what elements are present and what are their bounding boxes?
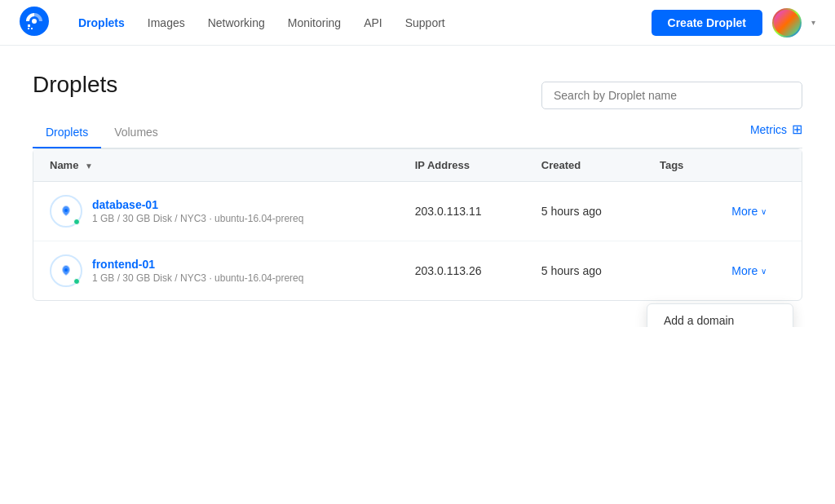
col-tags: Tags xyxy=(643,149,715,182)
nav-links: Droplets Images Networking Monitoring AP… xyxy=(68,10,652,36)
svg-point-3 xyxy=(64,268,68,272)
droplet-name-cell: database-01 1 GB / 30 GB Disk / NYC3 · u… xyxy=(33,182,399,241)
col-name[interactable]: Name ▼ xyxy=(33,149,399,182)
droplet-icon xyxy=(50,254,82,287)
droplet-name-link[interactable]: frontend-01 xyxy=(92,258,155,271)
droplet-tags xyxy=(643,182,715,241)
table-row: frontend-01 1 GB / 30 GB Disk / NYC3 · u… xyxy=(33,241,802,301)
ip-address: 203.0.113.11 xyxy=(415,205,482,218)
more-chevron-icon: ∨ xyxy=(761,207,767,216)
tab-volumes[interactable]: Volumes xyxy=(101,117,171,148)
svg-point-2 xyxy=(64,209,68,212)
droplet-tags xyxy=(643,241,715,301)
navbar: Droplets Images Networking Monitoring AP… xyxy=(0,0,835,46)
status-dot xyxy=(73,278,80,285)
more-button-row2[interactable]: More ∨ xyxy=(731,264,767,277)
avatar[interactable] xyxy=(772,8,802,38)
col-ip: IP Address xyxy=(399,149,525,182)
sort-icon: ▼ xyxy=(85,161,93,170)
tabs-row: Droplets Volumes Metrics ⊞ xyxy=(33,117,802,148)
droplet-ip: 203.0.113.26 xyxy=(399,241,525,301)
droplet-meta: 1 GB / 30 GB Disk / NYC3 · ubuntu-16.04-… xyxy=(92,272,303,284)
nav-api[interactable]: API xyxy=(354,10,392,36)
droplet-info: database-01 1 GB / 30 GB Disk / NYC3 · u… xyxy=(92,198,303,224)
created-time: 5 hours ago xyxy=(541,264,602,277)
ip-address: 203.0.113.26 xyxy=(415,264,482,277)
nav-droplets[interactable]: Droplets xyxy=(68,10,135,36)
metrics-link[interactable]: Metrics ⊞ xyxy=(750,122,802,144)
tab-droplets[interactable]: Droplets xyxy=(33,117,101,148)
droplet-info: frontend-01 1 GB / 30 GB Disk / NYC3 · u… xyxy=(92,258,303,284)
droplet-more-cell: More ∨ Add a domain Access console Resiz… xyxy=(715,241,802,301)
more-button-row1[interactable]: More ∨ xyxy=(731,205,767,218)
metrics-label: Metrics xyxy=(750,123,787,136)
external-link-icon: ⊞ xyxy=(792,122,802,137)
svg-point-1 xyxy=(32,19,37,24)
droplet-created: 5 hours ago xyxy=(525,182,643,241)
avatar-chevron[interactable]: ▾ xyxy=(811,18,815,27)
droplet-meta: 1 GB / 30 GB Disk / NYC3 · ubuntu-16.04-… xyxy=(92,213,303,224)
dropdown-menu: Add a domain Access console Resize dropl… xyxy=(647,303,793,327)
col-actions xyxy=(715,149,802,182)
more-chevron-icon: ∨ xyxy=(761,267,767,276)
create-droplet-button[interactable]: Create Droplet xyxy=(652,10,762,36)
nav-support[interactable]: Support xyxy=(395,10,455,36)
table-row: database-01 1 GB / 30 GB Disk / NYC3 · u… xyxy=(33,182,802,241)
search-input[interactable] xyxy=(541,82,802,109)
dropdown-add-domain[interactable]: Add a domain xyxy=(647,304,793,327)
droplets-table-container: Name ▼ IP Address Created Tags xyxy=(33,148,802,301)
droplet-name-cell: frontend-01 1 GB / 30 GB Disk / NYC3 · u… xyxy=(33,241,399,301)
droplet-more-cell: More ∨ xyxy=(715,182,802,241)
droplet-created: 5 hours ago xyxy=(525,241,643,301)
logo[interactable] xyxy=(20,7,49,38)
nav-images[interactable]: Images xyxy=(138,10,195,36)
avatar-image xyxy=(774,10,800,36)
droplet-icon xyxy=(50,195,82,228)
navbar-right: Create Droplet ▾ xyxy=(652,8,815,38)
droplet-ip: 203.0.113.11 xyxy=(399,182,525,241)
col-created: Created xyxy=(525,149,643,182)
main-content: Droplets Droplets Volumes Metrics ⊞ Name… xyxy=(0,46,835,327)
table-header-row: Name ▼ IP Address Created Tags xyxy=(33,149,802,182)
droplets-table: Name ▼ IP Address Created Tags xyxy=(33,149,802,300)
droplet-cell: database-01 1 GB / 30 GB Disk / NYC3 · u… xyxy=(50,195,382,228)
status-dot xyxy=(73,219,80,225)
droplet-cell: frontend-01 1 GB / 30 GB Disk / NYC3 · u… xyxy=(50,254,382,287)
nav-monitoring[interactable]: Monitoring xyxy=(278,10,351,36)
nav-networking[interactable]: Networking xyxy=(198,10,275,36)
droplet-name-link[interactable]: database-01 xyxy=(92,198,158,211)
created-time: 5 hours ago xyxy=(541,205,602,218)
